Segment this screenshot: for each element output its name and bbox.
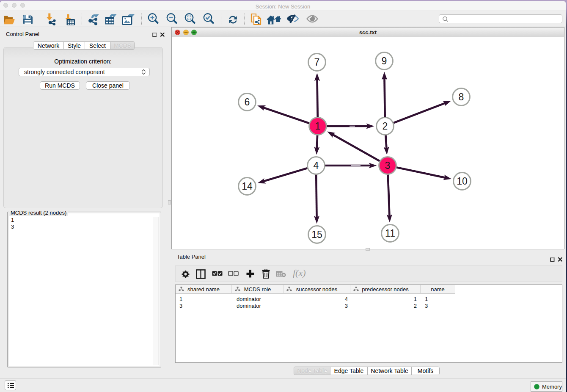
svg-text:6: 6 bbox=[245, 97, 250, 108]
svg-text:3: 3 bbox=[385, 160, 391, 171]
svg-text:10: 10 bbox=[457, 176, 468, 187]
svg-text:2: 2 bbox=[383, 121, 388, 132]
svg-text:15: 15 bbox=[311, 229, 322, 240]
svg-text:11: 11 bbox=[385, 228, 395, 239]
svg-text:14: 14 bbox=[242, 181, 253, 192]
svg-text:9: 9 bbox=[382, 55, 387, 66]
svg-text:4: 4 bbox=[314, 160, 319, 171]
svg-text:1: 1 bbox=[315, 121, 321, 132]
svg-text:7: 7 bbox=[314, 57, 320, 68]
svg-text:8: 8 bbox=[459, 91, 464, 102]
